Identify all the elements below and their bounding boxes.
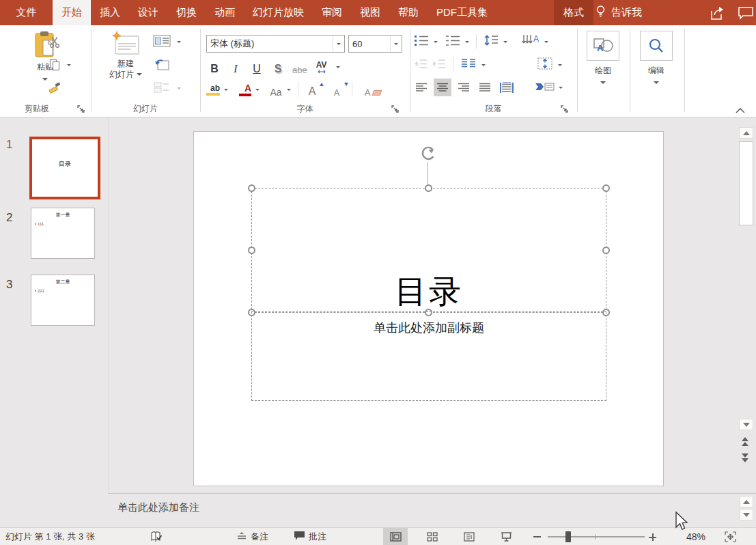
- editing-dropdown-arrow[interactable]: [654, 81, 659, 84]
- text-direction-dropdown-arrow[interactable]: [544, 41, 548, 43]
- text-shadow-button[interactable]: S: [271, 59, 285, 75]
- slide-thumbnail-1[interactable]: 目录: [29, 137, 100, 199]
- justify-button[interactable]: [476, 79, 494, 96]
- paragraph-dialog-launcher[interactable]: [560, 104, 569, 113]
- scroll-down-button[interactable]: [739, 419, 753, 430]
- slide-thumbnail-2[interactable]: 第一章 111: [31, 208, 95, 259]
- align-text-dropdown-arrow[interactable]: [558, 64, 562, 66]
- distribute-text-button[interactable]: [497, 79, 516, 96]
- next-slide-button[interactable]: [742, 453, 748, 462]
- slideshow-view-button[interactable]: [494, 528, 518, 545]
- new-slide-button[interactable]: 新建 幻灯片: [104, 31, 148, 80]
- clipboard-dialog-launcher[interactable]: [76, 104, 85, 113]
- tab-home[interactable]: 开始: [53, 0, 91, 25]
- line-spacing-button[interactable]: [484, 34, 499, 49]
- tab-insert[interactable]: 插入: [91, 0, 129, 25]
- numbering-button[interactable]: [445, 35, 460, 49]
- tab-slideshow[interactable]: 幻灯片放映: [244, 0, 313, 25]
- notes-scroll-down-button[interactable]: [740, 509, 753, 520]
- decrease-indent-button[interactable]: [414, 59, 428, 72]
- align-center-button[interactable]: [434, 79, 451, 96]
- font-color-button[interactable]: A: [238, 81, 251, 98]
- resize-handle-top-left[interactable]: [248, 184, 255, 192]
- editing-button[interactable]: 编辑: [635, 31, 677, 84]
- slide-thumbnail-3[interactable]: 第二章 222: [31, 275, 95, 326]
- cut-button[interactable]: [46, 33, 63, 50]
- resize-handle-top-center[interactable]: [425, 184, 432, 192]
- drawing-button[interactable]: A 绘图: [582, 31, 624, 84]
- zoom-out-button[interactable]: [533, 528, 541, 545]
- character-spacing-button[interactable]: AV: [315, 59, 328, 75]
- bold-button[interactable]: B: [208, 59, 221, 75]
- notes-pane[interactable]: 单击此处添加备注: [108, 493, 756, 528]
- layout-dropdown-arrow[interactable]: [175, 38, 183, 46]
- zoom-in-button[interactable]: [649, 528, 656, 545]
- numbering-dropdown-arrow[interactable]: [465, 41, 469, 43]
- align-left-button[interactable]: [412, 79, 430, 96]
- zoom-level-button[interactable]: 48%: [686, 528, 705, 545]
- zoom-slider-handle[interactable]: [565, 531, 571, 542]
- underline-button[interactable]: U: [250, 59, 264, 75]
- tab-transitions[interactable]: 切换: [167, 0, 206, 25]
- strikethrough-button[interactable]: abe: [292, 59, 307, 75]
- increase-font-size-button[interactable]: A: [305, 81, 319, 98]
- font-size-dropdown-arrow[interactable]: [390, 36, 402, 52]
- section-button[interactable]: [152, 80, 172, 95]
- reset-slide-button[interactable]: [152, 57, 172, 72]
- change-case-dropdown-arrow[interactable]: [287, 89, 291, 91]
- rotation-handle[interactable]: [419, 145, 437, 166]
- convert-smartart-button[interactable]: [535, 79, 555, 96]
- reading-view-button[interactable]: [457, 528, 481, 545]
- slide-sorter-view-button[interactable]: [420, 528, 445, 545]
- bullets-button[interactable]: [414, 35, 429, 49]
- spacing-dropdown-arrow[interactable]: [336, 66, 340, 68]
- columns-dropdown-arrow[interactable]: [481, 64, 486, 66]
- change-case-button[interactable]: Aa: [269, 81, 283, 98]
- resize-handle-middle-left[interactable]: [248, 247, 255, 254]
- format-painter-button[interactable]: [46, 80, 63, 96]
- smartart-dropdown-arrow[interactable]: [559, 87, 563, 89]
- tab-format-contextual[interactable]: 格式: [554, 0, 593, 25]
- tab-view[interactable]: 视图: [351, 0, 389, 25]
- font-size-combo[interactable]: 60: [348, 35, 402, 53]
- fit-slide-to-window-button[interactable]: [725, 528, 736, 545]
- copy-button[interactable]: [46, 57, 63, 73]
- resize-handle-middle-right[interactable]: [602, 247, 610, 254]
- notes-toggle-button[interactable]: 备注: [236, 528, 268, 545]
- tab-review[interactable]: 审阅: [313, 0, 351, 25]
- font-color-dropdown-arrow[interactable]: [255, 89, 260, 91]
- font-name-combo[interactable]: 宋体 (标题): [206, 35, 345, 53]
- bullets-dropdown-arrow[interactable]: [434, 41, 438, 43]
- line-spacing-dropdown-arrow[interactable]: [503, 41, 507, 43]
- slide-layout-button[interactable]: [152, 33, 172, 48]
- align-text-button[interactable]: [537, 57, 553, 73]
- drawing-dropdown-arrow[interactable]: [600, 81, 606, 84]
- comments-toggle-button[interactable]: 批注: [294, 528, 326, 545]
- share-button[interactable]: [710, 0, 728, 25]
- align-right-button[interactable]: [455, 79, 473, 96]
- tab-file[interactable]: 文件: [0, 0, 53, 25]
- comments-top-icon[interactable]: [738, 0, 754, 25]
- copy-dropdown-arrow[interactable]: [64, 61, 74, 69]
- spellcheck-status-button[interactable]: [150, 528, 163, 545]
- highlight-dropdown-arrow[interactable]: [224, 89, 228, 91]
- scroll-up-button[interactable]: [739, 127, 753, 139]
- previous-slide-button[interactable]: [742, 437, 748, 446]
- section-dropdown-arrow[interactable]: [175, 84, 183, 92]
- tab-help[interactable]: 帮助: [389, 0, 428, 25]
- tab-animations[interactable]: 动画: [206, 0, 244, 25]
- collapse-ribbon-button[interactable]: [731, 106, 750, 115]
- subtitle-placeholder[interactable]: 单击此处添加副标题: [251, 311, 606, 401]
- decrease-font-size-button[interactable]: A: [330, 81, 344, 98]
- columns-button[interactable]: [460, 58, 477, 72]
- font-name-dropdown-arrow[interactable]: [333, 36, 344, 52]
- italic-button[interactable]: I: [229, 59, 242, 75]
- font-dialog-launcher[interactable]: [391, 104, 400, 113]
- new-slide-dropdown-arrow[interactable]: [137, 73, 142, 76]
- tell-me-box[interactable]: 告诉我: [593, 0, 645, 25]
- tab-design[interactable]: 设计: [129, 0, 167, 25]
- notes-scroll-up-button[interactable]: [740, 496, 753, 507]
- increase-indent-button[interactable]: [432, 59, 446, 72]
- vertical-scrollbar-thumb[interactable]: [739, 141, 753, 225]
- normal-view-button[interactable]: [383, 528, 408, 545]
